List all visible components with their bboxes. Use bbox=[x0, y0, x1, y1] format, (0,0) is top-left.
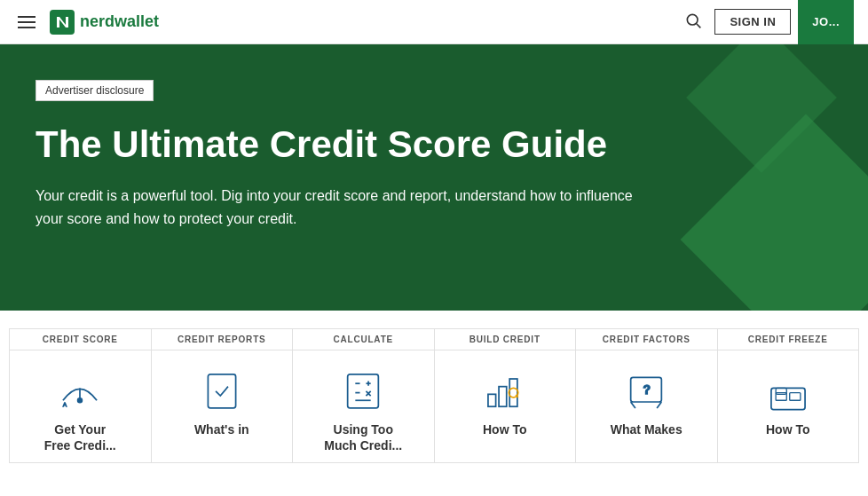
build-credit-icon bbox=[478, 368, 532, 413]
join-button[interactable]: JO... bbox=[798, 0, 854, 44]
card-body-calculate: Using TooMuch Credi... bbox=[293, 350, 434, 462]
cards-section: CREDIT SCORE A Get YourFree Credi... CRE… bbox=[0, 311, 868, 463]
card-header-credit-factors: CREDIT FACTORS bbox=[576, 329, 717, 350]
svg-rect-25 bbox=[789, 393, 800, 401]
svg-text:A: A bbox=[63, 402, 67, 407]
card-credit-freeze[interactable]: CREDIT FREEZE How To bbox=[718, 329, 859, 462]
advertiser-disclosure[interactable]: Advertiser disclosure bbox=[36, 80, 154, 101]
cards-container: CREDIT SCORE A Get YourFree Credi... CRE… bbox=[9, 328, 859, 463]
card-credit-score[interactable]: CREDIT SCORE A Get YourFree Credi... bbox=[10, 329, 152, 462]
header-right: SIGN IN JO... bbox=[679, 0, 854, 44]
logo-icon bbox=[50, 10, 75, 35]
card-label-credit-reports: What's in bbox=[194, 421, 249, 437]
header: nerdwallet SIGN IN JO... bbox=[0, 0, 868, 44]
logo-text: nerdwallet bbox=[80, 12, 159, 31]
hero-title: The Ultimate Credit Score Guide bbox=[36, 122, 657, 167]
card-body-credit-freeze: How To bbox=[718, 350, 859, 446]
search-button[interactable] bbox=[679, 6, 707, 37]
svg-rect-16 bbox=[509, 379, 517, 406]
card-body-credit-score: A Get YourFree Credi... bbox=[10, 350, 151, 462]
hero-subtitle: Your credit is a powerful tool. Dig into… bbox=[36, 185, 639, 230]
card-credit-factors[interactable]: CREDIT FACTORS ? What Makes bbox=[576, 329, 718, 462]
card-label-build-credit: How To bbox=[483, 421, 527, 437]
calculate-icon bbox=[336, 368, 390, 413]
svg-rect-14 bbox=[488, 394, 496, 406]
card-header-credit-score: CREDIT SCORE bbox=[10, 329, 151, 350]
svg-rect-5 bbox=[208, 374, 235, 408]
card-body-credit-reports: What's in bbox=[152, 350, 293, 446]
svg-line-22 bbox=[657, 402, 661, 408]
card-label-credit-freeze: How To bbox=[766, 421, 810, 437]
credit-reports-icon bbox=[195, 368, 249, 413]
card-body-credit-factors: ? What Makes bbox=[576, 350, 717, 446]
header-left: nerdwallet bbox=[14, 10, 159, 35]
svg-text:?: ? bbox=[643, 382, 651, 397]
sign-in-button[interactable]: SIGN IN bbox=[714, 9, 791, 35]
hero-section: Advertiser disclosure The Ultimate Credi… bbox=[0, 44, 868, 311]
card-credit-reports[interactable]: CREDIT REPORTS What's in bbox=[152, 329, 294, 462]
svg-rect-6 bbox=[348, 374, 379, 408]
search-icon bbox=[684, 12, 702, 29]
logo[interactable]: nerdwallet bbox=[50, 10, 159, 35]
hamburger-button[interactable] bbox=[14, 12, 39, 32]
credit-score-icon: A bbox=[53, 368, 107, 413]
svg-line-1 bbox=[697, 24, 701, 28]
credit-freeze-icon bbox=[761, 368, 815, 413]
card-header-credit-freeze: CREDIT FREEZE bbox=[718, 329, 859, 350]
hamburger-icon bbox=[18, 16, 36, 28]
card-calculate[interactable]: CALCULATE Using TooMuch Credi... bbox=[293, 329, 435, 462]
card-label-calculate: Using TooMuch Credi... bbox=[324, 421, 402, 453]
svg-rect-26 bbox=[776, 388, 786, 394]
svg-rect-15 bbox=[499, 387, 507, 407]
card-header-build-credit: BUILD CREDIT bbox=[435, 329, 576, 350]
card-body-build-credit: How To bbox=[435, 350, 576, 446]
card-label-credit-score: Get YourFree Credi... bbox=[44, 421, 116, 453]
credit-factors-icon: ? bbox=[619, 368, 673, 413]
card-label-credit-factors: What Makes bbox=[611, 421, 683, 437]
svg-point-3 bbox=[78, 398, 83, 403]
card-header-calculate: CALCULATE bbox=[293, 329, 434, 350]
svg-point-0 bbox=[688, 14, 698, 25]
card-build-credit[interactable]: BUILD CREDIT How To bbox=[435, 329, 577, 462]
card-header-credit-reports: CREDIT REPORTS bbox=[152, 329, 293, 350]
svg-line-21 bbox=[631, 402, 635, 408]
